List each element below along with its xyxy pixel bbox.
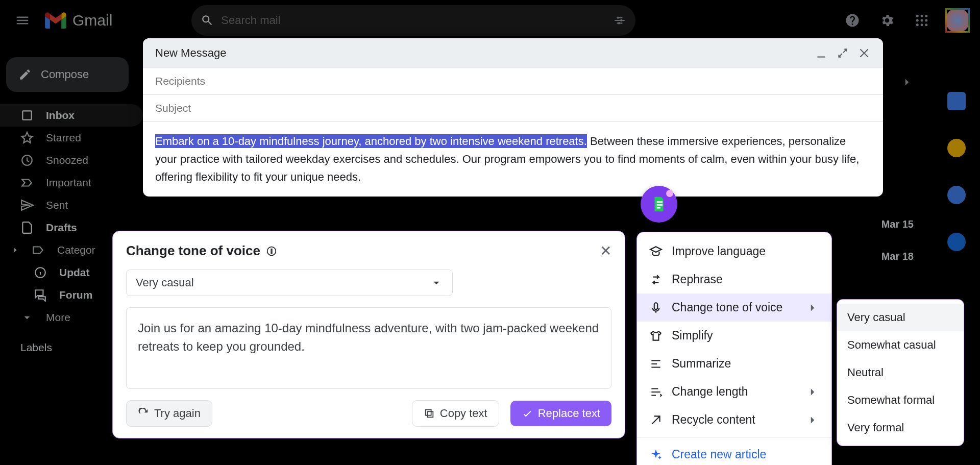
menu-improve-language[interactable]: Improve language [637, 237, 831, 265]
sidebar-item-sent[interactable]: Sent [0, 194, 143, 216]
sidebar-item-starred[interactable]: Starred [0, 127, 143, 149]
gmail-icon [45, 12, 66, 29]
compose-title: New Message [155, 46, 226, 60]
compose-body[interactable]: Embark on a 10-day mindfulness journey, … [143, 122, 883, 197]
star-icon [20, 131, 34, 144]
tone-option-somewhat-casual[interactable]: Somewhat casual [837, 331, 964, 359]
shirt-icon [649, 329, 663, 342]
svg-point-3 [916, 15, 919, 17]
chevron-right-icon[interactable] [900, 76, 914, 89]
forum-icon [34, 288, 47, 302]
svg-point-9 [916, 23, 919, 26]
compose-header: New Message [143, 38, 883, 68]
svg-point-10 [921, 23, 923, 26]
menu-summarize[interactable]: Summarize [637, 350, 831, 378]
svg-point-4 [921, 15, 923, 17]
tone-panel: Change tone of voice i ✕ Very casual Joi… [112, 231, 625, 438]
inbox-icon [20, 109, 34, 122]
main-menu-button[interactable] [10, 8, 35, 33]
svg-rect-19 [425, 410, 431, 415]
send-icon [20, 199, 34, 212]
chevron-right-icon [11, 243, 19, 257]
header-actions [841, 8, 970, 33]
recycle-icon [649, 413, 663, 427]
menu-divider [637, 437, 831, 437]
compose-window: New Message Recipients Subject Embark on… [143, 38, 883, 197]
minimize-icon[interactable] [815, 46, 828, 60]
chevron-down-icon [430, 276, 443, 289]
menu-simplify[interactable]: Simplify [637, 322, 831, 350]
fullscreen-exit-icon[interactable] [836, 46, 849, 60]
side-panel [942, 92, 971, 313]
gmail-logo[interactable]: Gmail [45, 12, 112, 29]
svg-point-5 [925, 15, 927, 17]
calendar-icon[interactable] [947, 92, 966, 110]
svg-rect-16 [657, 207, 660, 209]
compose-button[interactable]: Compose [6, 57, 129, 92]
tone-option-very-casual[interactable]: Very casual [837, 304, 964, 331]
settings-button[interactable] [876, 9, 898, 32]
inbox-dates: Mar 15 Mar 18 [881, 218, 914, 262]
svg-point-6 [916, 19, 919, 22]
contacts-icon[interactable] [947, 233, 966, 251]
tone-panel-close[interactable]: ✕ [600, 242, 611, 259]
tasks-icon[interactable] [947, 186, 966, 204]
support-button[interactable] [841, 9, 864, 32]
mic-icon [649, 301, 663, 314]
svg-rect-15 [657, 204, 663, 206]
rephrase-icon [649, 273, 663, 286]
graduation-icon [649, 245, 663, 258]
svg-point-0 [617, 16, 619, 18]
menu-recycle[interactable]: Recycle content [637, 406, 831, 434]
search-options-icon[interactable] [613, 14, 626, 27]
length-icon [649, 385, 663, 399]
check-icon [522, 408, 533, 419]
apps-button[interactable] [911, 9, 933, 32]
account-avatar[interactable] [945, 8, 970, 33]
tone-option-somewhat-formal[interactable]: Somewhat formal [837, 386, 964, 414]
tone-submenu: Very casual Somewhat casual Neutral Some… [837, 299, 964, 446]
search-icon [201, 14, 214, 27]
search-input[interactable] [221, 14, 606, 27]
svg-point-1 [620, 19, 622, 21]
subject-field[interactable]: Subject [143, 95, 883, 122]
svg-rect-18 [427, 411, 433, 417]
search-bar[interactable] [191, 5, 635, 36]
chevron-down-icon [20, 311, 34, 324]
tone-select[interactable]: Very casual [126, 270, 453, 296]
label-icon [32, 243, 45, 257]
ai-assistant-button[interactable] [641, 186, 677, 223]
sidebar-item-important[interactable]: Important [0, 172, 143, 194]
close-icon[interactable] [857, 46, 871, 60]
svg-point-2 [618, 22, 620, 24]
svg-rect-14 [657, 201, 663, 203]
tone-option-very-formal[interactable]: Very formal [837, 414, 964, 442]
clock-icon [20, 154, 34, 167]
tone-panel-title: Change tone of voice [126, 243, 260, 259]
copy-icon [424, 408, 435, 419]
app-name: Gmail [72, 12, 112, 29]
app-header: Gmail [0, 0, 980, 41]
copy-text-button[interactable]: Copy text [412, 400, 499, 427]
menu-change-length[interactable]: Change length [637, 378, 831, 406]
keep-icon[interactable] [947, 139, 966, 157]
try-again-button[interactable]: Try again [126, 400, 212, 427]
tone-option-neutral[interactable]: Neutral [837, 359, 964, 386]
svg-point-8 [925, 19, 927, 22]
replace-text-button[interactable]: Replace text [510, 401, 611, 426]
info-icon[interactable]: i [266, 246, 277, 256]
recipients-field[interactable]: Recipients [143, 68, 883, 95]
svg-text:i: i [271, 248, 272, 254]
svg-point-11 [925, 23, 927, 26]
menu-create-article[interactable]: Create new article [637, 440, 831, 465]
sidebar-item-inbox[interactable]: Inbox [0, 104, 143, 127]
menu-rephrase[interactable]: Rephrase [637, 265, 831, 293]
summarize-icon [649, 357, 663, 371]
chevron-right-icon [806, 385, 819, 399]
sidebar-item-snoozed[interactable]: Snoozed [0, 149, 143, 172]
important-icon [20, 176, 34, 189]
svg-rect-20 [654, 303, 658, 309]
menu-change-tone[interactable]: Change tone of voice [637, 293, 831, 322]
file-icon [20, 221, 34, 234]
svg-point-7 [921, 19, 923, 22]
